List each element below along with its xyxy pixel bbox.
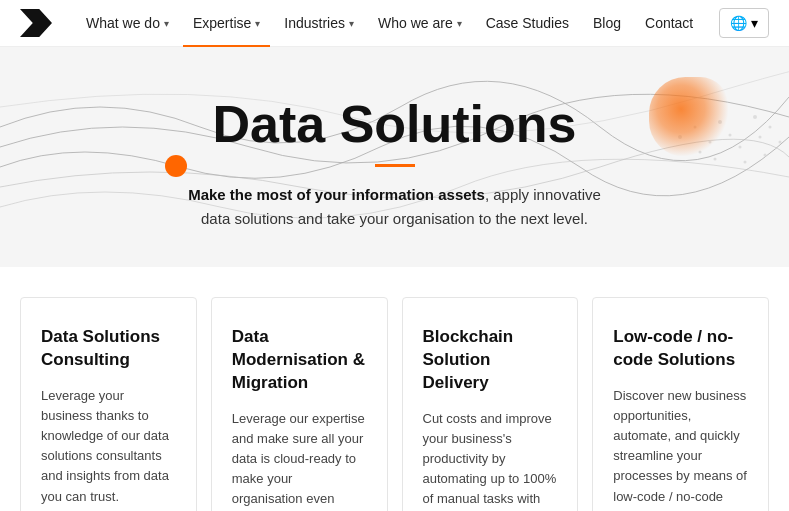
svg-point-12: [744, 161, 747, 164]
hero-title-underline: [375, 164, 415, 167]
svg-point-5: [729, 134, 732, 137]
chevron-down-icon: ▾: [349, 18, 354, 29]
navigation: What we do ▾ Expertise ▾ Industries ▾ Wh…: [0, 0, 789, 47]
svg-point-13: [764, 154, 767, 157]
nav-item-expertise[interactable]: Expertise ▾: [183, 0, 270, 47]
svg-point-10: [769, 126, 772, 129]
nav-item-blog[interactable]: Blog: [583, 0, 631, 47]
nav-item-what-we-do[interactable]: What we do ▾: [76, 0, 179, 47]
card-title: Data Solutions Consulting: [41, 326, 176, 372]
nav-right: 🌐 ▾: [719, 8, 769, 38]
hero-subtitle-bold: Make the most of your information assets: [188, 186, 485, 203]
card-title: Blockchain Solution Delivery: [423, 326, 558, 395]
hero-section: Data Solutions Make the most of your inf…: [0, 47, 789, 267]
chevron-down-icon: ▾: [751, 15, 758, 31]
globe-icon: 🌐: [730, 15, 747, 31]
card-data-solutions-consulting: Data Solutions Consulting Leverage your …: [20, 297, 197, 511]
company-logo: [20, 9, 52, 37]
nav-menu: What we do ▾ Expertise ▾ Industries ▾ Wh…: [76, 0, 719, 47]
svg-point-7: [739, 146, 742, 149]
chevron-down-icon: ▾: [164, 18, 169, 29]
svg-point-8: [753, 115, 757, 119]
card-description: Discover new business opportunities, aut…: [613, 386, 748, 511]
card-description: Cut costs and improve your business's pr…: [423, 409, 558, 511]
card-title: Low-code / no-code Solutions: [613, 326, 748, 372]
hero-title: Data Solutions: [212, 94, 576, 154]
chevron-down-icon: ▾: [457, 18, 462, 29]
card-title: Data Modernisation & Migration: [232, 326, 367, 395]
nav-item-who-we-are[interactable]: Who we are ▾: [368, 0, 472, 47]
hero-dot-decoration: [165, 155, 187, 177]
nav-item-case-studies[interactable]: Case Studies: [476, 0, 579, 47]
svg-point-11: [779, 141, 782, 144]
card-description: Leverage our expertise and make sure all…: [232, 409, 367, 511]
svg-point-6: [714, 158, 717, 161]
nav-item-contact[interactable]: Contact: [635, 0, 703, 47]
chevron-down-icon: ▾: [255, 18, 260, 29]
card-data-modernisation: Data Modernisation & Migration Leverage …: [211, 297, 388, 511]
nav-item-industries[interactable]: Industries ▾: [274, 0, 364, 47]
card-description: Leverage your business thanks to knowled…: [41, 386, 176, 511]
language-selector[interactable]: 🌐 ▾: [719, 8, 769, 38]
card-blockchain: Blockchain Solution Delivery Cut costs a…: [402, 297, 579, 511]
cards-section: Data Solutions Consulting Leverage your …: [0, 267, 789, 511]
hero-subtitle: Make the most of your information assets…: [175, 183, 615, 231]
card-low-code: Low-code / no-code Solutions Discover ne…: [592, 297, 769, 511]
svg-point-9: [759, 136, 762, 139]
cards-grid: Data Solutions Consulting Leverage your …: [20, 297, 769, 511]
